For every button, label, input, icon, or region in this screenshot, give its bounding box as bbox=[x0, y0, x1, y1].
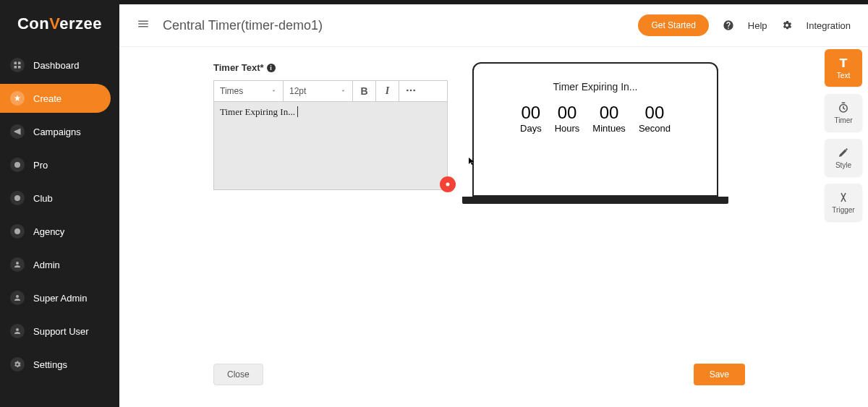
more-icon bbox=[405, 85, 417, 98]
logo-pre: Con bbox=[17, 14, 49, 33]
agency-icon bbox=[10, 224, 25, 239]
logo-mid: V bbox=[49, 14, 59, 33]
pro-icon bbox=[10, 158, 25, 172]
timer-label: Hours bbox=[555, 123, 580, 134]
sidebar-item-label: Agency bbox=[33, 226, 64, 237]
svg-point-9 bbox=[413, 89, 415, 91]
timer-row: 00 Days 00 Hours 00 Mintues 00 Second bbox=[482, 103, 708, 134]
chevron-down-icon bbox=[271, 86, 277, 96]
font-size-value: 12pt bbox=[289, 86, 306, 96]
timer-num: 00 bbox=[592, 103, 626, 123]
svg-point-4 bbox=[14, 162, 20, 168]
svg-point-8 bbox=[410, 89, 412, 91]
editor-content: Timer Expiring In... bbox=[220, 106, 295, 117]
timer-label: Days bbox=[520, 123, 542, 134]
preview-laptop: Timer Expiring In... 00 Days 00 Hours 00… bbox=[472, 62, 718, 204]
timer-label: Second bbox=[639, 123, 671, 134]
sidebar: ConVerzee Dashboard Create Campaigns Pro… bbox=[0, 0, 119, 407]
logo-post: erzee bbox=[59, 14, 102, 33]
integration-link[interactable]: Integration bbox=[807, 20, 851, 31]
sidebar-item-agency[interactable]: Agency bbox=[0, 217, 119, 246]
sidebar-item-label: Campaigns bbox=[33, 127, 81, 137]
svg-point-10 bbox=[446, 183, 450, 187]
svg-rect-3 bbox=[18, 66, 21, 69]
sidebar-item-support-user[interactable]: Support User bbox=[0, 317, 119, 346]
sidebar-item-label: Admin bbox=[33, 260, 60, 270]
sidebar-item-label: Settings bbox=[33, 359, 67, 370]
save-button[interactable]: Save bbox=[694, 364, 745, 385]
font-family-select[interactable]: Times bbox=[214, 81, 284, 101]
help-link[interactable]: Help bbox=[748, 20, 767, 31]
svg-rect-2 bbox=[14, 66, 17, 69]
menu-toggle-icon[interactable] bbox=[137, 17, 150, 33]
admin-icon bbox=[10, 257, 25, 272]
tab-style[interactable]: Style bbox=[825, 139, 862, 176]
timer-icon bbox=[837, 101, 850, 114]
super-admin-icon bbox=[10, 291, 25, 305]
create-icon bbox=[10, 91, 25, 106]
sidebar-item-create[interactable]: Create bbox=[0, 84, 111, 113]
sidebar-item-admin[interactable]: Admin bbox=[0, 250, 119, 279]
side-tab-label: Trigger bbox=[832, 206, 854, 214]
bold-button[interactable]: B bbox=[353, 81, 376, 101]
sidebar-item-campaigns[interactable]: Campaigns bbox=[0, 117, 119, 146]
text-icon bbox=[837, 56, 850, 69]
editor-textarea[interactable]: Timer Expiring In... bbox=[213, 102, 448, 190]
laptop-base bbox=[462, 197, 728, 204]
timer-col-days: 00 Days bbox=[520, 103, 542, 134]
sidebar-item-pro[interactable]: Pro bbox=[0, 150, 119, 179]
chevron-down-icon bbox=[340, 86, 346, 96]
gear-icon[interactable] bbox=[780, 19, 793, 32]
nav-list: Dashboard Create Campaigns Pro Club Agen… bbox=[0, 51, 119, 379]
timer-num: 00 bbox=[555, 103, 580, 123]
sidebar-item-super-admin[interactable]: Super Admin bbox=[0, 283, 119, 312]
sidebar-item-club[interactable]: Club bbox=[0, 184, 119, 213]
help-icon[interactable] bbox=[722, 19, 735, 32]
sidebar-item-settings[interactable]: Settings bbox=[0, 350, 119, 379]
get-started-button[interactable]: Get Started bbox=[638, 14, 708, 36]
footer: Close Save bbox=[213, 364, 745, 385]
trigger-icon bbox=[837, 191, 850, 204]
font-size-select[interactable]: 12pt bbox=[284, 81, 353, 101]
settings-icon bbox=[10, 357, 25, 372]
preview-screen: Timer Expiring In... 00 Days 00 Hours 00… bbox=[472, 62, 718, 197]
mouse-cursor-icon bbox=[467, 155, 476, 170]
sidebar-item-label: Dashboard bbox=[33, 60, 80, 71]
side-tabs: Text Timer Style Trigger bbox=[825, 49, 862, 221]
page-title: Central Timer(timer-demo1) bbox=[163, 18, 625, 33]
italic-button[interactable]: I bbox=[376, 81, 399, 101]
editor-toolbar: Times 12pt B I bbox=[213, 80, 448, 102]
close-button[interactable]: Close bbox=[213, 364, 263, 385]
svg-point-7 bbox=[407, 89, 409, 91]
side-tab-label: Timer bbox=[834, 116, 852, 124]
side-tab-label: Text bbox=[837, 72, 850, 80]
style-icon bbox=[837, 146, 850, 159]
timer-col-hours: 00 Hours bbox=[555, 103, 580, 134]
sidebar-item-label: Club bbox=[33, 193, 53, 204]
svg-rect-0 bbox=[14, 62, 17, 65]
logo: ConVerzee bbox=[0, 10, 119, 46]
topbar: Central Timer(timer-demo1) Get Started H… bbox=[119, 4, 868, 47]
more-options-button[interactable] bbox=[399, 81, 425, 101]
dashboard-icon bbox=[10, 58, 25, 72]
timer-label: Mintues bbox=[592, 123, 626, 134]
text-caret bbox=[295, 106, 298, 117]
svg-point-5 bbox=[14, 195, 20, 201]
svg-rect-1 bbox=[18, 62, 21, 65]
record-badge-icon[interactable] bbox=[440, 176, 456, 192]
sidebar-item-label: Super Admin bbox=[33, 293, 87, 304]
sidebar-item-dashboard[interactable]: Dashboard bbox=[0, 51, 119, 80]
info-icon[interactable]: i bbox=[267, 64, 276, 72]
sidebar-item-label: Support User bbox=[33, 326, 89, 337]
tab-text[interactable]: Text bbox=[825, 49, 862, 87]
side-tab-label: Style bbox=[835, 161, 851, 169]
club-icon bbox=[10, 191, 25, 205]
timer-num: 00 bbox=[639, 103, 671, 123]
preview-title: Timer Expiring In... bbox=[482, 81, 708, 93]
timer-col-second: 00 Second bbox=[639, 103, 671, 134]
timer-num: 00 bbox=[520, 103, 542, 123]
tab-trigger[interactable]: Trigger bbox=[825, 184, 862, 221]
support-user-icon bbox=[10, 324, 25, 338]
tab-timer[interactable]: Timer bbox=[825, 94, 862, 132]
timer-col-minutes: 00 Mintues bbox=[592, 103, 626, 134]
